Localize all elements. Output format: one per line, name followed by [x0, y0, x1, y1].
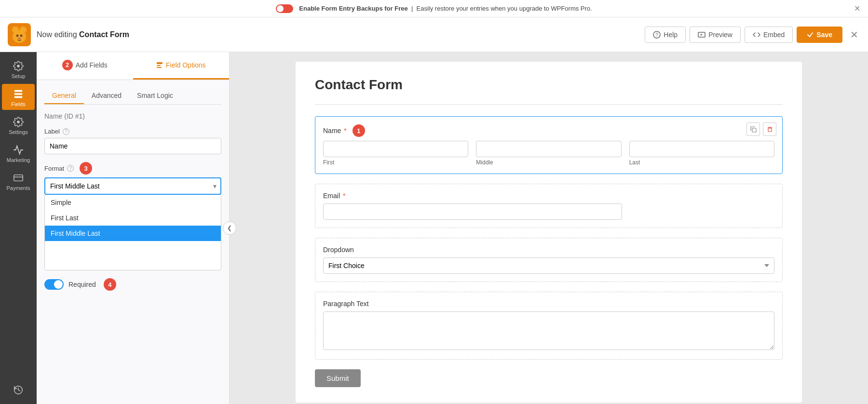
field-options-subtabs: General Advanced Smart Logic	[44, 88, 221, 105]
svg-point-5	[21, 27, 25, 31]
email-field-block[interactable]: Email *	[315, 184, 783, 228]
help-icon: ?	[653, 31, 661, 39]
form-divider	[315, 104, 783, 105]
form-card: Contact Form Name * 1 First Middle	[296, 62, 802, 403]
history-icon	[13, 385, 24, 395]
add-fields-badge: 2	[62, 60, 73, 70]
dropdown-field-label: Dropdown	[323, 246, 774, 254]
sidebar-item-settings[interactable]: Settings	[2, 112, 35, 138]
save-button[interactable]: Save	[797, 27, 842, 43]
required-row: Required 4	[44, 278, 221, 291]
label-label: Label ?	[44, 128, 221, 135]
tab-field-options-label: Field Options	[166, 61, 205, 69]
email-required-star: *	[343, 192, 345, 200]
sidebar-item-marketing[interactable]: Marketing	[2, 140, 35, 166]
dropdown-option-simple[interactable]: Simple	[45, 195, 221, 210]
name-first-label: First	[323, 159, 468, 166]
format-step-badge: 3	[80, 162, 92, 175]
subtab-advanced[interactable]: Advanced	[84, 88, 129, 104]
preview-icon	[698, 31, 705, 39]
gear-icon	[13, 61, 24, 71]
submit-button[interactable]: Submit	[315, 369, 361, 387]
name-first-field: First	[323, 141, 468, 166]
sidebar-label-fields: Fields	[11, 101, 25, 107]
name-last-input[interactable]	[629, 141, 774, 157]
header-left: Now editing Contact Form	[8, 23, 129, 46]
save-icon	[807, 31, 814, 38]
format-select[interactable]: Simple First Last First Middle Last	[44, 177, 221, 195]
settings-icon	[13, 117, 24, 127]
name-last-field: Last	[629, 141, 774, 166]
format-select-wrapper: Simple First Last First Middle Last ▾	[44, 177, 221, 195]
svg-rect-20	[157, 67, 162, 68]
svg-point-6	[16, 34, 19, 37]
field-meta: Name (ID #1)	[44, 112, 221, 120]
svg-point-7	[20, 34, 23, 37]
dropdown-field-block[interactable]: Dropdown First Choice	[315, 238, 783, 282]
dropdown-option-firstlast[interactable]: First Last	[45, 210, 221, 226]
collapse-panel-button[interactable]: ❮	[223, 221, 236, 235]
name-first-input[interactable]	[323, 141, 468, 157]
copy-icon	[750, 126, 757, 133]
sidebar-label-payments: Payments	[7, 185, 30, 191]
email-input[interactable]	[323, 203, 622, 220]
close-icon[interactable]: ✕	[850, 29, 858, 40]
format-dropdown-list: Simple First Last First Middle Last	[44, 194, 221, 270]
label-help-icon[interactable]: ?	[63, 128, 69, 135]
label-input[interactable]	[44, 138, 221, 154]
banner-close-icon[interactable]: ✕	[854, 4, 860, 13]
name-field-actions	[746, 122, 776, 136]
name-field-copy-button[interactable]	[746, 122, 760, 136]
svg-rect-22	[768, 128, 772, 132]
dropdown-empty-space	[45, 241, 221, 270]
svg-text:?: ?	[656, 32, 659, 38]
tab-field-options[interactable]: Field Options	[133, 52, 230, 80]
marketing-icon	[13, 145, 24, 155]
sidebar-item-payments[interactable]: Payments	[2, 168, 35, 194]
sidebar-item-history[interactable]	[2, 380, 35, 398]
paragraph-field-block[interactable]: Paragraph Text	[315, 292, 783, 360]
email-field-label: Email *	[323, 192, 774, 200]
fields-icon	[13, 89, 24, 99]
format-label: Format ? 3	[44, 162, 221, 175]
format-group: Format ? 3 Simple First Last First Middl…	[44, 162, 221, 270]
subtab-general[interactable]: General	[44, 88, 84, 104]
field-options-content: General Advanced Smart Logic Name (ID #1…	[37, 80, 229, 404]
trash-icon	[767, 126, 773, 133]
required-step-badge: 4	[104, 278, 116, 291]
svg-rect-14	[14, 93, 23, 95]
dropdown-select[interactable]: First Choice	[323, 257, 774, 274]
label-group: Label ?	[44, 128, 221, 154]
svg-rect-16	[14, 175, 23, 181]
header: Now editing Contact Form ? Help Preview …	[0, 17, 868, 52]
sidebar-label-setup: Setup	[12, 73, 26, 79]
dropdown-option-firstmiddlelast[interactable]: First Middle Last	[45, 226, 221, 241]
help-button[interactable]: ? Help	[645, 27, 686, 43]
required-toggle[interactable]	[44, 279, 64, 290]
sidebar-item-setup[interactable]: Setup	[2, 56, 35, 82]
svg-rect-19	[157, 65, 161, 66]
svg-rect-15	[14, 96, 23, 98]
main-layout: Setup Fields Settings Marketing Payments…	[0, 52, 868, 404]
name-required-star: *	[344, 127, 346, 135]
format-help-icon[interactable]: ?	[67, 165, 74, 172]
subtab-smart-logic[interactable]: Smart Logic	[129, 88, 181, 104]
svg-rect-13	[14, 90, 23, 92]
banner-toggle[interactable]	[276, 4, 293, 13]
sidebar-item-fields[interactable]: Fields	[2, 84, 35, 110]
name-sub-fields: First Middle Last	[323, 141, 774, 166]
embed-button[interactable]: Embed	[745, 27, 793, 43]
left-panel: 2 Add Fields Field Options General Advan…	[37, 52, 230, 404]
preview-button[interactable]: Preview	[690, 27, 741, 43]
name-field-block[interactable]: Name * 1 First Middle Last	[315, 116, 783, 174]
tab-add-fields[interactable]: 2 Add Fields	[37, 52, 133, 80]
svg-rect-18	[157, 62, 163, 64]
name-field-delete-button[interactable]	[763, 122, 776, 136]
sidebar-label-settings: Settings	[9, 129, 28, 135]
name-middle-input[interactable]	[476, 141, 621, 157]
required-label: Required	[68, 281, 96, 288]
payments-icon	[13, 173, 24, 183]
paragraph-textarea[interactable]	[323, 311, 774, 350]
embed-icon	[753, 31, 760, 39]
form-title: Contact Form	[315, 77, 783, 93]
